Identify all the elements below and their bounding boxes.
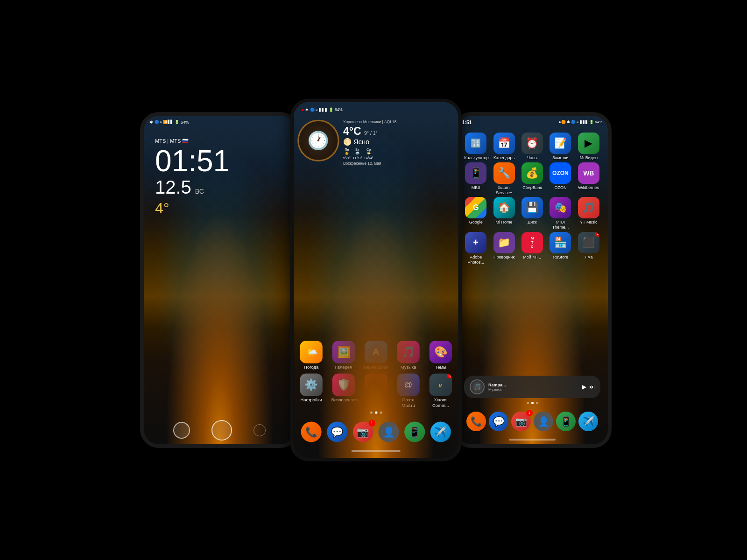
phone3-dock-messages[interactable]: 💬 [489,412,508,431]
yt-music-icon: 🎵 [578,197,599,218]
dock-phone[interactable]: 📞 [301,421,322,442]
phone1-status-bar: ✱ 🔵 ᵾ 📶▋▋ 🔋 64% [144,116,295,129]
phone3-dock-telegram[interactable]: ✈️ [578,412,598,431]
phone3-dock-phone[interactable]: 📞 [466,412,486,431]
app-disk[interactable]: 💾 Диск [519,197,546,230]
day-name: ВС [195,188,204,195]
phone2-status-bar: ● ✱ 🔵 ᵾ ▋▋▋ 🔋 64% [294,102,458,116]
phone3-time: 1:51 [462,120,472,125]
dot-2 [375,411,377,413]
music-app-name: Музыка [488,387,578,392]
mi-home-icon: 🏠 [493,197,515,218]
music-widget[interactable]: 🎵 Rampa... Музыка ▶ ⏭ [464,376,600,398]
app-yt-music[interactable]: 🎵 YT Music [575,197,602,230]
dock-contacts[interactable]: 👤 [379,421,399,442]
forecast-day-3: Ср 🌤️ 14°/4° [364,148,374,160]
app-file-manager[interactable]: 📁 Проводник [490,232,517,265]
status-icons: 🔵 ᵾ 📶▋▋ 🔋 [155,120,179,125]
weather-temp: 4°C [343,125,361,138]
miui-folder-icon: 📱 [465,162,486,184]
phone3-status-right: ●🟠 ✱ 🔵 ᵾ ▋▋▋ 🔋 64% [559,120,602,125]
nav-circle-icon[interactable] [173,422,190,439]
dot-3 [380,411,382,413]
miui-theme-icon: 🎭 [550,197,571,218]
app-miui-folder[interactable]: 📱 MIUI [462,162,489,196]
dot3-2 [531,402,534,404]
page-dots [294,411,458,413]
notes-label: Заметки [552,155,568,161]
ozon-label: OZON [554,185,566,190]
phone3-row3: G Google 🏠 Mi Home 💾 Диск 🎭 MIUI Theme..… [460,196,604,231]
dot3-3 [536,402,538,404]
adobe-icon: + [465,232,486,253]
phone3-dock: 📞 💬 📷 1 👤 📱 ✈️ [460,406,604,439]
phone3: 1:51 ●🟠 ✱ 🔵 ᵾ ▋▋▋ 🔋 64% 🔢 Калькулятор 📅 … [453,112,612,448]
app-notes[interactable]: 📝 Заметки [547,133,574,161]
miui-theme-label: MIUI Theme... [549,220,572,230]
app-google[interactable]: G Google [462,197,489,230]
widget-area: 🕐 Хорошево-Мневники | AQI 18 4°C 9° / 1°… [294,116,458,170]
file-manager-icon: 📁 [493,232,515,253]
record-dot: ● [302,107,304,112]
app-sber[interactable]: 💰 СберБанк [519,162,546,196]
rustore-icon: 🏪 [550,232,571,253]
dock-telegram[interactable]: ✈️ [430,421,451,442]
weather-widget[interactable]: Хорошево-Мневники | AQI 18 4°C 9° / 1° 🌕… [343,120,454,166]
app-clock[interactable]: ⏰ Часы [519,133,546,161]
app-calendar[interactable]: 📅 Календарь [490,133,517,161]
music-album-art: 🎵 [470,379,485,394]
phone3-dock-camera[interactable]: 📷 1 [511,412,531,431]
forecast-day-1: Пн ☀️ 9°/1° [343,148,351,160]
app-xiaomi-service[interactable]: 🔧 Xiaomi Service+ [490,162,517,196]
app-mi-video[interactable]: ▶ Mi Видео [575,133,602,161]
clock-time: 01:51 [155,146,230,176]
phone3-camera-badge: 1 [526,410,533,416]
phone3-dock-contacts[interactable]: 👤 [534,412,553,431]
camera-shortcut-icon[interactable] [254,424,266,436]
phone3-row4: + Adobe Photos... 📁 Проводник МТС Мой МТ… [460,231,604,266]
phone3-dock-whatsapp[interactable]: 📱 [556,412,576,431]
phone2-wrapper: ● ✱ 🔵 ᵾ ▋▋▋ 🔋 64% 🕐 Хорошево-Мневники | … [290,99,457,462]
date-display: 12.5 ВС [155,177,204,198]
yt-music-label: YT Music [580,220,597,225]
app-calculator[interactable]: 🔢 Калькулятор [462,133,489,161]
next-button[interactable]: ⏭ [589,384,595,390]
dot3-1 [527,402,529,404]
app-yama[interactable]: ⬛ 1 Яма [575,232,602,265]
xiaomi-service-label: Xiaomi Service+ [493,185,516,196]
clock-weather-widget: 🕐 Хорошево-Мневники | AQI 18 4°C 9° / 1°… [297,120,454,166]
calculator-icon: 🔢 [465,133,486,154]
rustore-label: RuStore [553,255,568,260]
phone2: ● ✱ 🔵 ᵾ ▋▋▋ 🔋 64% 🕐 Хорошево-Мневники | … [290,99,462,462]
weather-condition-display: 🌕 Ясно [343,138,454,146]
app-ozon[interactable]: OZON OZON [547,162,574,196]
clock-label: Часы [527,155,537,161]
watch-icon: 🕐 [297,120,339,161]
phone1-nav [144,416,295,444]
disk-label: Диск [528,220,537,225]
adobe-label: Adobe Photos... [464,255,487,265]
app-adobe[interactable]: + Adobe Photos... [462,232,489,265]
dock-whatsapp[interactable]: 📱 [404,421,425,442]
home-indicator [352,450,401,452]
ozon-icon: OZON [550,162,571,184]
dock-camera[interactable]: 📷 1 [353,421,374,442]
phone1-wrapper: ✱ 🔵 ᵾ 📶▋▋ 🔋 64% MTS | MTS 🇷🇺 01:51 12.5 … [140,112,294,448]
play-button[interactable]: ▶ [582,384,586,390]
phone3-wrapper: 1:51 ●🟠 ✱ 🔵 ᵾ ▋▋▋ 🔋 64% 🔢 Калькулятор 📅 … [453,112,607,448]
app-miui-theme[interactable]: 🎭 MIUI Theme... [547,197,574,230]
home-button[interactable] [211,420,232,441]
app-mts[interactable]: МТС Мой МТС [519,232,546,265]
weather-minmax: 9° / 1° [364,131,378,136]
phone2-dock: 📞 💬 📷 1 👤 📱 ✈️ [294,416,458,450]
temperature: 4° [155,200,169,217]
phone2-status-icons: ✱ 🔵 ᵾ ▋▋▋ 🔋 64% [305,107,343,112]
app-rustore[interactable]: 🏪 RuStore [547,232,574,265]
app-mi-home[interactable]: 🏠 Mi Home [490,197,517,230]
mts-icon: МТС [521,232,543,253]
yama-icon: ⬛ 1 [578,232,599,253]
weather-date: Воскресенье 12, мая [343,161,454,166]
forecast-day-2: Вт 🌧️ 11°/3° [352,148,362,160]
dock-messages[interactable]: 💬 [327,421,347,442]
app-wb[interactable]: WB Wildberries [575,162,602,196]
